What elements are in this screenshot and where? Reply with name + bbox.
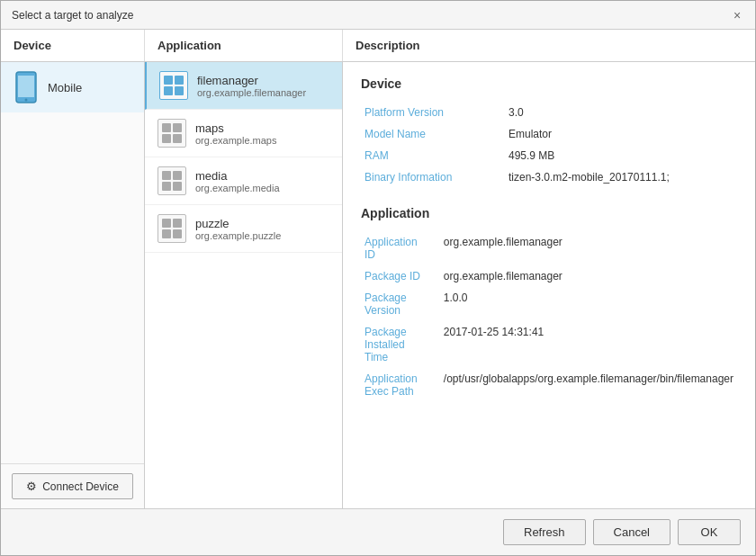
field-label: Package Version xyxy=(361,287,440,321)
app-item-filemanager[interactable]: filemanager org.example.filemanager xyxy=(145,62,342,110)
app-item-media[interactable]: media org.example.media xyxy=(145,157,342,205)
mobile-device-icon xyxy=(14,71,39,103)
field-value: 3.0 xyxy=(505,102,737,123)
field-label: Model Name xyxy=(361,123,505,145)
field-value: Emulator xyxy=(505,123,737,145)
field-label: Application ID xyxy=(361,231,440,265)
description-panel: Device Platform Version 3.0 Model Name E… xyxy=(343,62,755,508)
app-icon-filemanager xyxy=(159,71,188,100)
app-name-filemanager: filemanager xyxy=(197,74,306,87)
app-info-table: Application ID org.example.filemanager P… xyxy=(361,231,737,402)
connect-device-label: Connect Device xyxy=(42,480,119,493)
device-item-mobile[interactable]: Mobile xyxy=(1,62,144,112)
field-label: Binary Information xyxy=(361,166,505,188)
app-pkg-media: org.example.media xyxy=(195,183,280,193)
field-label: RAM xyxy=(361,145,505,166)
table-row: RAM 495.9 MB xyxy=(361,145,737,166)
field-value: /opt/usr/globalapps/org.example.filemana… xyxy=(440,368,737,402)
application-panel: filemanager org.example.filemanager maps… xyxy=(145,62,343,508)
table-row: Application Exec Path /opt/usr/globalapp… xyxy=(361,368,737,402)
table-row: Package ID org.example.filemanager xyxy=(361,265,737,287)
field-label: Application Exec Path xyxy=(361,368,440,402)
app-item-maps[interactable]: maps org.example.maps xyxy=(145,110,342,157)
column-headers: Device Application Description xyxy=(1,30,755,62)
title-bar: Select a target to analyze × xyxy=(1,1,755,30)
footer: Refresh Cancel OK xyxy=(1,508,755,555)
description-column-header: Description xyxy=(343,30,755,61)
table-row: Model Name Emulator xyxy=(361,123,737,145)
device-panel: Mobile ⚙ Connect Device xyxy=(1,62,145,508)
table-row: Binary Information tizen-3.0.m2-mobile_2… xyxy=(361,166,737,188)
app-name-maps: maps xyxy=(195,121,277,135)
cancel-button[interactable]: Cancel xyxy=(593,519,670,545)
main-content: Mobile ⚙ Connect Device fil xyxy=(1,62,755,508)
application-column-header: Application xyxy=(145,30,343,61)
app-icon-maps xyxy=(158,119,186,148)
connect-btn-area: ⚙ Connect Device xyxy=(1,463,144,508)
field-value: 495.9 MB xyxy=(505,145,737,166)
device-list: Mobile xyxy=(1,62,144,463)
svg-rect-1 xyxy=(18,76,34,97)
device-section-title: Device xyxy=(361,76,737,91)
dialog: Select a target to analyze × Device Appl… xyxy=(0,0,756,556)
app-pkg-maps: org.example.maps xyxy=(195,135,277,146)
device-item-label: Mobile xyxy=(48,81,82,94)
connect-device-button[interactable]: ⚙ Connect Device xyxy=(12,473,133,499)
app-name-media: media xyxy=(195,169,280,183)
table-row: Package Installed Time 2017-01-25 14:31:… xyxy=(361,321,737,368)
device-info-table: Platform Version 3.0 Model Name Emulator… xyxy=(361,102,737,188)
app-name-puzzle: puzzle xyxy=(195,217,281,230)
field-label: Platform Version xyxy=(361,102,505,123)
field-value: tizen-3.0.m2-mobile_20170111.1; xyxy=(505,166,737,188)
app-pkg-puzzle: org.example.puzzle xyxy=(195,230,281,241)
refresh-button[interactable]: Refresh xyxy=(503,519,586,545)
field-value: org.example.filemanager xyxy=(440,265,737,287)
close-icon[interactable]: × xyxy=(730,8,744,22)
field-value: 1.0.0 xyxy=(440,287,737,321)
field-label: Package ID xyxy=(361,265,440,287)
field-value: org.example.filemanager xyxy=(440,231,737,265)
field-value: 2017-01-25 14:31:41 xyxy=(440,321,737,368)
table-row: Platform Version 3.0 xyxy=(361,102,737,123)
table-row: Application ID org.example.filemanager xyxy=(361,231,737,265)
field-label: Package Installed Time xyxy=(361,321,440,368)
dialog-title: Select a target to analyze xyxy=(12,9,133,22)
app-section-title: Application xyxy=(361,206,737,220)
ok-button[interactable]: OK xyxy=(678,519,741,545)
app-item-puzzle[interactable]: puzzle org.example.puzzle xyxy=(145,205,342,253)
table-row: Package Version 1.0.0 xyxy=(361,287,737,321)
connect-icon: ⚙ xyxy=(26,480,37,493)
app-pkg-filemanager: org.example.filemanager xyxy=(197,87,306,98)
device-column-header: Device xyxy=(1,30,145,61)
app-icon-media xyxy=(158,166,186,195)
svg-point-2 xyxy=(25,99,28,102)
app-icon-puzzle xyxy=(158,214,186,243)
